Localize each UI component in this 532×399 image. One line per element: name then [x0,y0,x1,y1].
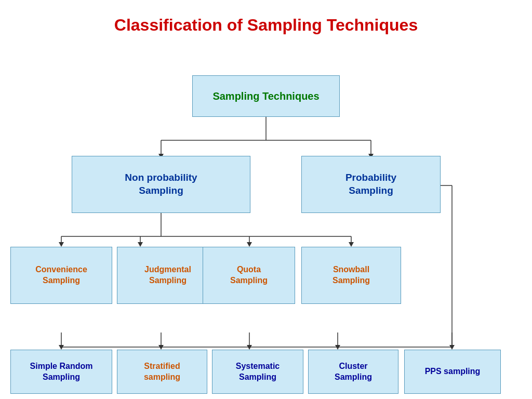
svg-marker-26 [335,345,340,350]
sampling-techniques-box: Sampling Techniques [192,75,340,117]
svg-marker-9 [59,242,64,247]
non-probability-box: Non probability Sampling [72,156,250,213]
simple-random-sampling-box: Simple Random Sampling [10,350,112,394]
svg-marker-24 [247,345,252,350]
svg-marker-20 [59,345,64,350]
page-title: Classification of Sampling Techniques [10,16,522,35]
cluster-sampling-box: Cluster Sampling [308,350,398,394]
convenience-sampling-box: Convenience Sampling [10,247,112,304]
svg-marker-28 [449,345,455,350]
pps-sampling-box: PPS sampling [404,350,501,394]
svg-marker-15 [349,242,354,247]
svg-marker-22 [158,345,164,350]
svg-marker-13 [247,242,252,247]
snowball-sampling-box: Snowball Sampling [301,247,401,304]
systematic-sampling-box: Systematic Sampling [212,350,303,394]
probability-box: Probability Sampling [301,156,441,213]
page: Classification of Sampling Techniques [0,0,532,399]
svg-marker-11 [138,242,143,247]
quota-sampling-box: Quota Sampling [203,247,295,304]
stratified-sampling-box: Stratified sampling [117,350,207,394]
